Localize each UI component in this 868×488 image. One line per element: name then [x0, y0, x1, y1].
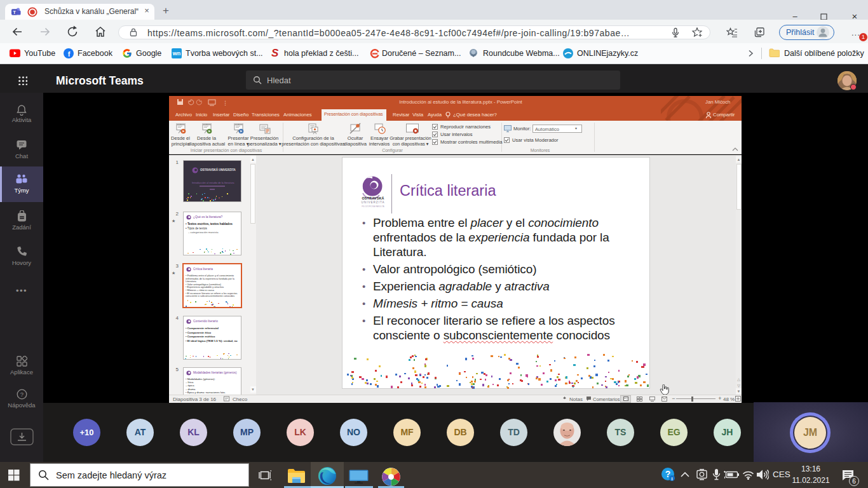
svg-text:i: i: [671, 476, 672, 482]
svg-text:f: f: [68, 50, 71, 58]
svg-text:T: T: [13, 10, 16, 15]
svg-text:⋮: ⋮: [222, 100, 227, 106]
svg-text:?: ?: [20, 391, 24, 398]
